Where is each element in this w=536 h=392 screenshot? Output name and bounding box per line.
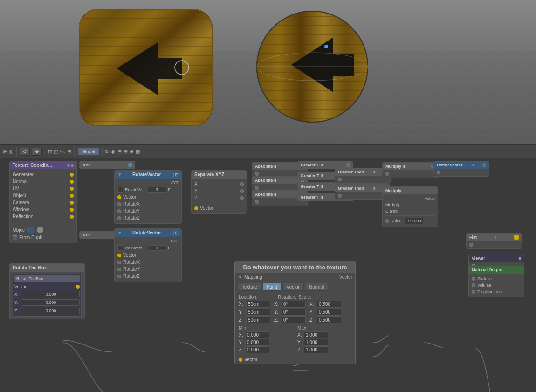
- scale-z[interactable]: 0.500: [317, 316, 341, 323]
- toolbar-global-mode[interactable]: Global: [77, 148, 99, 156]
- matout-body: Surface Volume Displacement: [469, 274, 524, 297]
- scale-x[interactable]: 0.500: [317, 301, 341, 308]
- output-generated: Generated: [13, 171, 74, 178]
- scale-y[interactable]: 0.500: [317, 309, 341, 316]
- max-x-row: X: 1.000: [297, 331, 351, 338]
- gthan1-title: Greater Than: [338, 170, 364, 174]
- max-z[interactable]: 1.000: [304, 346, 328, 353]
- rv2-header: ▼ RotateVector || ⊡: [115, 229, 181, 237]
- rot-y[interactable]: 0°: [282, 309, 306, 316]
- mapping-bottom: Vector: [235, 355, 355, 364]
- mapping-z-row: Z: 50cm Z: 0° Z: 0.500: [239, 316, 351, 323]
- rtb-inner-title: RotateTheBox: [16, 276, 43, 281]
- rotate-vector-3: RotateVector II: [433, 161, 489, 177]
- gt1-title: Greater T II: [301, 163, 323, 167]
- toolbar-rotate[interactable]: ↺: [20, 148, 30, 156]
- rtb-outer-title: Rotate The Box: [13, 265, 47, 270]
- flat-icon: [514, 235, 519, 240]
- matout-surface-socket: [472, 277, 475, 281]
- gt4-title: Greater T II: [301, 195, 323, 199]
- gt2-title: Greater T II: [301, 173, 323, 178]
- rtb-socket-vec-out: [76, 285, 80, 289]
- gthan2-title: Greater Than: [338, 186, 364, 191]
- flat-title: Flat: [469, 235, 477, 240]
- node-editor: Texture Coordin... Generated Normal UV: [0, 158, 536, 392]
- rot-x[interactable]: 0°: [282, 301, 306, 308]
- rotate-the-box-node: Rotate The Box RotateTheBox Vector X: 0.…: [9, 263, 85, 319]
- rv3-body: [434, 169, 489, 176]
- x-label-rot: X:: [274, 302, 280, 307]
- from-dupli-check[interactable]: [13, 235, 17, 240]
- min-y-row: Y: 0.000: [239, 339, 293, 346]
- viewer-header: Viewer II: [469, 254, 524, 262]
- rv3-title: RotateVector: [437, 163, 463, 167]
- sep-xyz-divider: [194, 203, 244, 203]
- socket-window: [70, 208, 74, 212]
- mapping-vector-bottom: Vector: [244, 357, 257, 362]
- tab-normal[interactable]: Normal: [305, 283, 328, 291]
- min-z[interactable]: 0.000: [245, 346, 269, 353]
- matout-header: Material Output: [469, 266, 524, 274]
- tab-vector[interactable]: Vector: [282, 283, 304, 291]
- toolbar-separator-4: [102, 147, 103, 156]
- texture-coord-node: Texture Coordin... Generated Normal UV: [9, 161, 77, 243]
- min-z-label: Z:: [239, 347, 244, 352]
- rot-z[interactable]: 0°: [282, 316, 306, 323]
- loc-x[interactable]: 50cm: [246, 301, 270, 308]
- texture-coord-header: Texture Coordin...: [10, 161, 76, 169]
- mapping-title-bar: Do whatever you want to the texture: [235, 261, 355, 273]
- rtb-z-row: Z: 0.000: [14, 307, 80, 315]
- socket-generated: [70, 173, 74, 177]
- rv1-socket-rz: [117, 216, 121, 220]
- cylinder-object: [254, 7, 371, 126]
- mapping-x-row: X: 50cm X: 0° X: 0.500: [239, 301, 351, 308]
- socket-normal: [70, 180, 74, 184]
- mapping-popup: Do whatever you want to the texture ▼ Ma…: [234, 261, 356, 364]
- abs2-title: Absolute II: [255, 178, 276, 183]
- max-z-row: Z: 1.000: [297, 346, 351, 353]
- abs3-in-socket: [255, 200, 259, 204]
- rtb-y-row: Y: 0.000: [14, 298, 80, 307]
- mapping-tabs: Texture Point Vector Normal: [235, 281, 355, 292]
- min-y[interactable]: 0.000: [245, 339, 269, 346]
- z-label-scale: Z:: [309, 317, 315, 323]
- tab-point[interactable]: Point: [262, 283, 282, 291]
- tab-texture[interactable]: Texture: [238, 283, 261, 291]
- x-label-scale: X:: [309, 302, 315, 307]
- texture-coord-title: Texture Coordin...: [13, 163, 52, 168]
- max-x[interactable]: 1.000: [304, 331, 328, 338]
- max-y[interactable]: 1.000: [304, 339, 328, 346]
- rtb-x-value[interactable]: 0.000: [22, 291, 80, 297]
- viewer-title: Viewer: [472, 256, 485, 261]
- toolbar-move[interactable]: ✥: [32, 148, 42, 156]
- mult2-divider: [385, 215, 435, 216]
- min-x-row: X: 0.000: [239, 331, 293, 338]
- mult2-socket: [385, 219, 389, 223]
- min-z-row: Z: 0.000: [239, 346, 293, 353]
- rv2-socket-rz: [117, 275, 121, 278]
- z-label-loc: Z:: [239, 317, 244, 323]
- rv1-checkbox: [117, 187, 123, 193]
- box-object: [75, 5, 219, 133]
- loc-y[interactable]: 50cm: [246, 309, 270, 316]
- loc-z[interactable]: 50cm: [246, 316, 270, 323]
- mapping-y-row: Y: 50cm Y: 0° Y: 0.500: [239, 309, 351, 316]
- rv2-vector: Vector: [117, 252, 179, 259]
- rtb-y-value[interactable]: 0.000: [22, 299, 80, 306]
- socket-reflection: [70, 215, 74, 219]
- output-uv: UV: [13, 185, 74, 192]
- mapping-label: Mapping: [244, 275, 262, 280]
- rtb-inner: RotateTheBox Vector X: 0.000 Y: 0.000 Z:: [10, 272, 84, 319]
- rtb-z-value[interactable]: 0.000: [22, 308, 80, 314]
- max-y-label: Y:: [297, 340, 303, 345]
- texture-coord-body: Generated Normal UV Object Camera: [10, 169, 76, 243]
- multiply-1: Multiply II: [382, 162, 438, 178]
- min-x[interactable]: 0.000: [245, 331, 269, 338]
- rotation-label: Rotation:: [278, 294, 296, 301]
- min-max-section: Min X: 0.000 Y: 0.000 Z: 0.000 Max: [239, 325, 351, 353]
- rv2-icons: || ⊡: [172, 231, 179, 235]
- sep-xyz-z-out: Z: [194, 194, 244, 201]
- mult2-header: Multiply: [383, 187, 438, 194]
- flat-node: Flat II: [466, 233, 522, 249]
- abs1-title: Absolute II: [255, 164, 276, 169]
